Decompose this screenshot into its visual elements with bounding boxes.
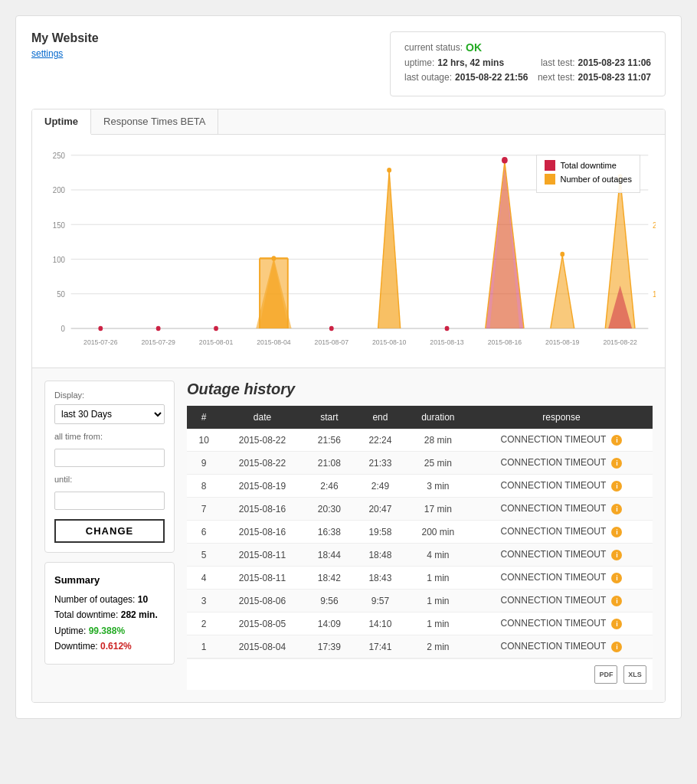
legend-outages: Number of outages xyxy=(545,174,632,185)
cell-duration: 3 min xyxy=(406,475,470,498)
col-start: start xyxy=(304,406,355,429)
svg-text:250: 250 xyxy=(53,152,65,161)
table-row: 1 2015-08-04 17:39 17:41 2 min CONNECTIO… xyxy=(187,635,653,658)
uptime-item: uptime: 12 hrs, 42 mins xyxy=(404,57,504,68)
svg-text:200: 200 xyxy=(53,186,65,195)
table-row: 2 2015-08-05 14:09 14:10 1 min CONNECTIO… xyxy=(187,612,653,635)
tab-uptime[interactable]: Uptime xyxy=(32,109,91,135)
change-button[interactable]: CHANGE xyxy=(54,519,165,543)
info-icon[interactable]: i xyxy=(611,435,622,446)
next-test-value: 2015-08-23 11:07 xyxy=(578,72,651,83)
cell-start: 18:42 xyxy=(304,567,355,590)
outage-row: last outage: 2015-08-22 21:56 next test:… xyxy=(404,72,651,83)
site-info: My Website settings xyxy=(31,31,99,59)
display-select[interactable]: last 30 Days last 7 Days last 90 Days al… xyxy=(54,404,165,424)
svg-point-27 xyxy=(214,326,218,331)
table-row: 5 2015-08-11 18:44 18:48 4 min CONNECTIO… xyxy=(187,544,653,567)
legend-downtime-color xyxy=(545,160,555,171)
cell-end: 14:10 xyxy=(355,612,406,635)
svg-text:1: 1 xyxy=(653,290,656,299)
cell-date: 2015-08-19 xyxy=(221,475,303,498)
cell-end: 22:24 xyxy=(355,429,406,452)
info-icon[interactable]: i xyxy=(611,504,622,514)
from-input[interactable] xyxy=(54,449,165,467)
outage-title: Outage history xyxy=(187,381,653,398)
until-input[interactable] xyxy=(54,492,165,510)
table-row: 3 2015-08-06 9:56 9:57 1 min CONNECTION … xyxy=(187,590,653,612)
legend-outages-label: Number of outages xyxy=(560,175,632,184)
info-icon[interactable]: i xyxy=(611,619,622,629)
info-icon[interactable]: i xyxy=(611,642,622,652)
tab-response-times[interactable]: Response Times BETA xyxy=(91,109,218,134)
cell-duration: 1 min xyxy=(406,590,470,612)
cell-response: CONNECTION TIMEOUT i xyxy=(470,590,653,612)
cell-end: 2:49 xyxy=(355,475,406,498)
svg-point-26 xyxy=(156,326,161,331)
next-test-label: next test: xyxy=(538,72,575,83)
total-downtime: Total downtime: 282 min. xyxy=(54,607,165,622)
col-date: date xyxy=(221,406,303,429)
tabs-header: Uptime Response Times BETA xyxy=(32,109,665,135)
last-outage-value: 2015-08-22 21:56 xyxy=(455,72,528,83)
summary-card: Summary Number of outages: 10 Total down… xyxy=(44,562,175,665)
export-xls-button[interactable]: XLS xyxy=(623,665,646,684)
cell-date: 2015-08-11 xyxy=(221,567,303,590)
cell-duration: 25 min xyxy=(406,452,470,475)
info-icon[interactable]: i xyxy=(611,550,622,560)
cell-num: 7 xyxy=(187,498,221,521)
info-icon[interactable]: i xyxy=(611,573,622,583)
chart-area: 0 50 100 150 200 250 1 2 2015-07-26 2015… xyxy=(32,135,665,368)
col-response: response xyxy=(470,406,653,429)
status-box: current status: OK uptime: 12 hrs, 42 mi… xyxy=(390,31,666,96)
svg-text:150: 150 xyxy=(53,220,65,230)
legend-downtime-label: Total downtime xyxy=(560,161,616,170)
cell-end: 19:58 xyxy=(355,521,406,544)
table-row: 4 2015-08-11 18:42 18:43 1 min CONNECTIO… xyxy=(187,567,653,590)
cell-num: 9 xyxy=(187,452,221,475)
svg-text:50: 50 xyxy=(57,290,65,299)
header-section: My Website settings current status: OK u… xyxy=(31,31,666,96)
table-footer: PDF XLS xyxy=(187,658,653,690)
table-row: 6 2015-08-16 16:38 19:58 200 min CONNECT… xyxy=(187,521,653,544)
export-pdf-button[interactable]: PDF xyxy=(594,665,617,684)
settings-link[interactable]: settings xyxy=(31,48,99,59)
cell-start: 16:38 xyxy=(304,521,355,544)
cell-start: 18:44 xyxy=(304,544,355,567)
svg-text:2015-08-01: 2015-08-01 xyxy=(199,338,233,347)
svg-point-25 xyxy=(98,326,103,331)
outage-table: # date start end duration response 10 20… xyxy=(187,406,653,658)
cell-response: CONNECTION TIMEOUT i xyxy=(470,612,653,635)
info-icon[interactable]: i xyxy=(611,458,622,469)
cell-date: 2015-08-11 xyxy=(221,544,303,567)
svg-point-55 xyxy=(445,326,450,331)
main-container: My Website settings current status: OK u… xyxy=(15,15,682,719)
cell-num: 1 xyxy=(187,635,221,658)
svg-marker-31 xyxy=(260,258,288,328)
svg-text:2015-08-16: 2015-08-16 xyxy=(488,338,522,347)
svg-text:2015-08-07: 2015-08-07 xyxy=(315,338,348,347)
svg-text:2015-07-26: 2015-07-26 xyxy=(83,338,117,347)
display-card: Display: last 30 Days last 7 Days last 9… xyxy=(44,381,175,553)
svg-text:0: 0 xyxy=(61,325,66,334)
last-test-item: last test: 2015-08-23 11:06 xyxy=(541,57,651,68)
info-icon[interactable]: i xyxy=(611,481,622,492)
cell-response: CONNECTION TIMEOUT i xyxy=(470,544,653,567)
cell-num: 6 xyxy=(187,521,221,544)
cell-date: 2015-08-16 xyxy=(221,521,303,544)
downtime-pct: Downtime: 0.612% xyxy=(54,639,165,654)
svg-text:2: 2 xyxy=(653,220,656,230)
cell-duration: 17 min xyxy=(406,498,470,521)
cell-end: 21:33 xyxy=(355,452,406,475)
svg-point-54 xyxy=(329,326,334,331)
uptime-row: uptime: 12 hrs, 42 mins last test: 2015-… xyxy=(404,57,651,68)
cell-end: 9:57 xyxy=(355,590,406,612)
svg-point-35 xyxy=(272,256,277,260)
info-icon[interactable]: i xyxy=(611,527,622,537)
last-outage-label: last outage: xyxy=(404,72,452,83)
uptime-value: 12 hrs, 42 mins xyxy=(437,57,504,68)
info-icon[interactable]: i xyxy=(611,596,622,606)
cell-end: 20:47 xyxy=(355,498,406,521)
cell-start: 21:56 xyxy=(304,429,355,452)
col-num: # xyxy=(187,406,221,429)
cell-num: 2 xyxy=(187,612,221,635)
